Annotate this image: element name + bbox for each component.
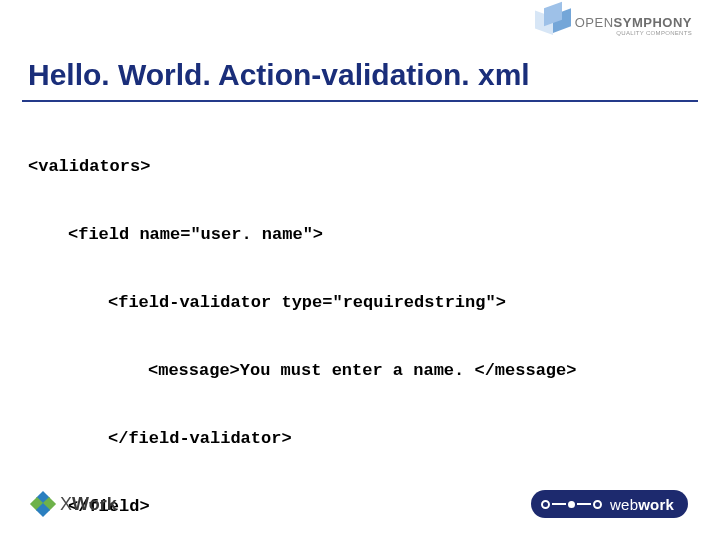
code-line: <message>You must enter a name. </messag… [28,354,692,388]
webwork-text: webwork [610,496,674,513]
slide-content: <validators> <field name="user. name"> <… [28,116,692,540]
code-line: <validators> [28,150,692,184]
slide: OPENSYMPHONY QUALITY COMPONENTS Hello. W… [0,0,720,540]
xwork-work: Work [72,494,117,514]
opensymphony-text: OPENSYMPHONY QUALITY COMPONENTS [575,16,692,36]
xwork-text: XWork [60,494,117,515]
webwork-badge: webwork [531,490,688,518]
xwork-logo: XWork [32,493,117,515]
title-underline [22,100,698,102]
brand-light: OPEN [575,15,614,30]
webwork-bold: work [638,496,674,513]
opensymphony-cube-icon [541,12,569,40]
opensymphony-logo: OPENSYMPHONY QUALITY COMPONENTS [541,12,692,40]
xwork-x: X [60,494,72,514]
webwork-icon [541,500,602,509]
webwork-pre: web [610,496,638,513]
footer: XWork webwork [0,482,720,526]
brand-bold: SYMPHONY [614,15,692,30]
code-block: <validators> <field name="user. name"> <… [28,116,692,540]
xwork-icon [32,493,54,515]
header-bar: OPENSYMPHONY QUALITY COMPONENTS [0,0,720,60]
code-line: </field-validator> [28,422,692,456]
code-line: <field name="user. name"> [28,218,692,252]
slide-title: Hello. World. Action-validation. xml [28,58,692,91]
brand-subtitle: QUALITY COMPONENTS [575,30,692,36]
code-line: <field-validator type="requiredstring"> [28,286,692,320]
